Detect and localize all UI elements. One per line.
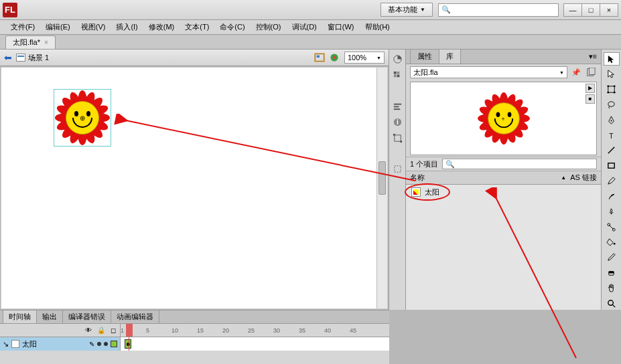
layer-name[interactable]: 太阳 <box>22 339 37 349</box>
tab-properties[interactable]: 属性 <box>410 49 439 64</box>
search-input[interactable]: 🔍 <box>438 3 559 17</box>
workspace-dropdown[interactable]: 基本功能 ▼ <box>381 3 433 17</box>
menu-debug[interactable]: 调试(D) <box>287 21 322 33</box>
svg-rect-35 <box>609 272 614 274</box>
library-list[interactable]: 太阳 <box>406 185 601 310</box>
tab-output[interactable]: 输出 <box>36 310 63 323</box>
stage-scrollbar-vertical[interactable] <box>376 68 387 308</box>
playhead[interactable] <box>126 324 133 337</box>
svg-rect-17 <box>394 165 400 171</box>
rectangle-tool[interactable] <box>604 159 620 173</box>
registration-point-icon: ⊕ <box>80 114 85 122</box>
bone-tool[interactable] <box>604 220 620 234</box>
menu-control[interactable]: 控制(O) <box>251 21 287 33</box>
zoom-tool[interactable] <box>604 296 620 310</box>
library-item[interactable]: 太阳 <box>406 185 601 199</box>
pin-icon[interactable]: 📌 <box>570 66 582 78</box>
menu-text[interactable]: 文本(T) <box>180 21 214 33</box>
menu-window[interactable]: 窗口(W) <box>322 21 360 33</box>
library-document-dropdown[interactable]: 太阳.fla ▼ <box>410 66 567 78</box>
outline-header-icon[interactable]: ◻ <box>111 327 116 334</box>
document-tab[interactable]: 太阳.fla* × <box>5 35 56 49</box>
menu-insert[interactable]: 插入(I) <box>111 21 143 33</box>
new-library-icon[interactable] <box>585 66 597 78</box>
maximize-button[interactable]: □ <box>581 3 600 17</box>
zoom-input[interactable]: 100% ▼ <box>344 52 385 64</box>
library-list-header[interactable]: 名称 ▲ AS 链接 <box>406 171 601 185</box>
panel-icon[interactable] <box>391 162 404 175</box>
color-panel-icon[interactable] <box>391 52 404 66</box>
line-tool[interactable] <box>604 144 620 157</box>
subselection-tool[interactable] <box>604 68 620 81</box>
layer-cell[interactable]: ↘ 太阳 ✎ <box>0 337 121 351</box>
menu-command[interactable]: 命令(C) <box>214 21 250 33</box>
svg-rect-8 <box>397 74 399 77</box>
stage-symbol-sun[interactable]: ⊕ <box>54 89 111 147</box>
column-name[interactable]: 名称 <box>410 173 561 183</box>
column-as-linkage[interactable]: AS 链接 <box>570 173 597 183</box>
workspace-label: 基本功能 <box>388 5 417 15</box>
hand-tool[interactable] <box>604 281 620 294</box>
info-panel-icon[interactable]: i <box>391 115 404 128</box>
close-tab-icon[interactable]: × <box>44 39 48 46</box>
pencil-tool[interactable] <box>604 175 620 188</box>
svg-rect-11 <box>393 108 399 110</box>
svg-rect-10 <box>393 106 399 107</box>
tab-library[interactable]: 库 <box>439 49 461 64</box>
back-arrow-icon[interactable]: ⬅ <box>4 52 12 63</box>
menu-file[interactable]: 文件(F) <box>5 21 40 33</box>
svg-rect-9 <box>393 103 401 104</box>
library-search-input[interactable]: 🔍 <box>442 159 597 169</box>
edit-scene-icon[interactable] <box>314 52 326 64</box>
library-panel: 属性 库 ▾≡ 太阳.fla ▼ 📌 + ▶ ■ 1 个项目 � <box>406 50 601 310</box>
layer-page-icon <box>11 340 19 348</box>
close-button[interactable]: × <box>600 3 618 17</box>
align-panel-icon[interactable] <box>391 99 404 112</box>
eraser-tool[interactable] <box>604 266 620 280</box>
pen-tool[interactable] <box>604 113 620 126</box>
visibility-dot-icon[interactable] <box>97 342 101 346</box>
tab-motion-editor[interactable]: 动画编辑器 <box>111 310 159 323</box>
edit-symbol-icon[interactable] <box>328 52 340 64</box>
main-row: ⬅ 场景 1 100% ▼ ⊕ i <box>0 50 621 310</box>
frames-track[interactable] <box>121 337 389 351</box>
keyframe[interactable] <box>125 339 131 349</box>
preview-play-icon[interactable]: ▶ <box>585 84 595 93</box>
library-item-name: 太阳 <box>425 187 439 197</box>
svg-point-26 <box>611 120 612 121</box>
outline-color-icon[interactable] <box>111 341 117 347</box>
lock-header-icon[interactable]: 🔒 <box>97 327 105 334</box>
paint-bucket-tool[interactable] <box>604 236 620 249</box>
lasso-tool[interactable] <box>604 98 620 112</box>
document-tabs: 太阳.fla* × <box>0 35 621 50</box>
svg-rect-1 <box>317 56 320 58</box>
scene-label[interactable]: 场景 1 <box>28 53 49 63</box>
library-preview: + ▶ ■ <box>410 82 597 155</box>
eyedropper-tool[interactable] <box>604 251 620 264</box>
chevron-down-icon: ▼ <box>559 70 564 75</box>
frames-ruler[interactable]: 151015202530354045 <box>121 324 389 337</box>
svg-point-21 <box>607 86 609 88</box>
minimize-button[interactable]: — <box>563 3 582 17</box>
brush-tool[interactable] <box>604 190 620 203</box>
preview-stop-icon[interactable]: ■ <box>585 94 595 104</box>
visibility-header-icon[interactable]: 👁 <box>85 327 92 334</box>
lock-dot-icon[interactable] <box>104 342 108 346</box>
menu-modify[interactable]: 修改(M) <box>143 21 180 33</box>
tab-timeline[interactable]: 时间轴 <box>3 310 37 323</box>
deco-tool[interactable] <box>604 205 620 218</box>
menu-edit[interactable]: 编辑(E) <box>40 21 76 33</box>
layer-header-icons: 👁 🔒 ◻ <box>0 324 121 337</box>
menu-view[interactable]: 视图(V) <box>76 21 111 33</box>
tab-compiler-errors[interactable]: 编译器错误 <box>62 310 111 323</box>
timeline-panel: 时间轴 输出 编译器错误 动画编辑器 👁 🔒 ◻ 151015202530354… <box>0 310 389 364</box>
swatches-panel-icon[interactable] <box>391 68 404 82</box>
stage-canvas[interactable]: ⊕ <box>1 67 388 309</box>
menu-help[interactable]: 帮助(H) <box>360 21 395 33</box>
timeline-layer-row[interactable]: ↘ 太阳 ✎ <box>0 337 389 351</box>
free-transform-tool[interactable] <box>604 83 620 96</box>
panel-options-icon[interactable]: ▾≡ <box>589 52 597 61</box>
selection-tool[interactable] <box>604 52 620 66</box>
transform-panel-icon[interactable] <box>391 131 404 145</box>
text-tool[interactable]: T <box>604 128 620 142</box>
